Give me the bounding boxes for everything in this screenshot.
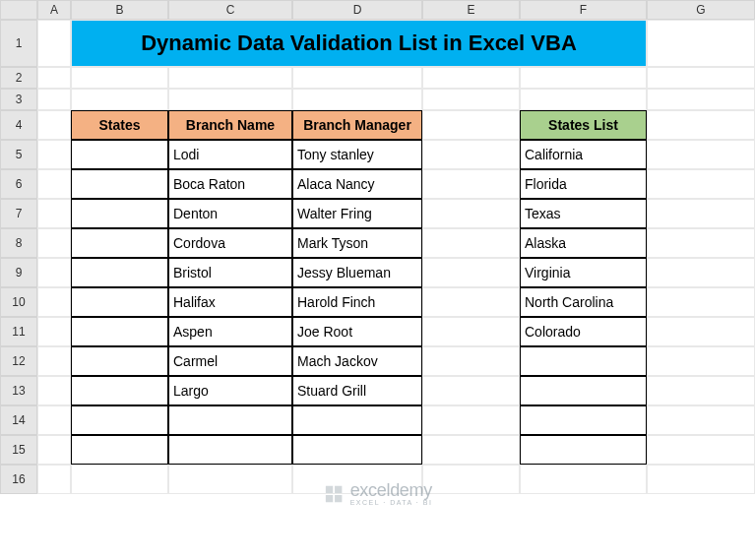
table1-cell-r13-c1[interactable] [71, 376, 168, 405]
table1-cell-r15-c3[interactable] [292, 435, 422, 465]
cell-B3[interactable] [71, 89, 168, 110]
cell-G14[interactable] [647, 405, 755, 435]
table1-cell-r14-c3[interactable] [292, 405, 422, 435]
cell-G6[interactable] [647, 169, 755, 199]
cell-E15[interactable] [422, 435, 520, 465]
row-header-13[interactable]: 13 [0, 376, 37, 405]
cell-G3[interactable] [647, 89, 755, 110]
col-header-A[interactable]: A [37, 0, 71, 20]
table1-cell-r11-c1[interactable] [71, 317, 168, 346]
table2-cell-r6[interactable]: Florida [520, 169, 647, 199]
cell-G10[interactable] [647, 287, 755, 317]
table1-cell-r9-c2[interactable]: Bristol [168, 258, 292, 287]
cell-E12[interactable] [422, 346, 520, 376]
table1-cell-r10-c2[interactable]: Halifax [168, 287, 292, 317]
table2-cell-r14[interactable] [520, 405, 647, 435]
cell-E2[interactable] [422, 67, 520, 89]
cell-G13[interactable] [647, 376, 755, 405]
table1-cell-r5-c3[interactable]: Tony stanley [292, 140, 422, 169]
cell-B16[interactable] [71, 465, 168, 494]
cell-E8[interactable] [422, 228, 520, 258]
cell-G1[interactable] [647, 20, 755, 67]
cell-A13[interactable] [37, 376, 71, 405]
cell-D3[interactable] [292, 89, 422, 110]
table1-cell-r11-c3[interactable]: Joe Root [292, 317, 422, 346]
cell-A12[interactable] [37, 346, 71, 376]
table1-cell-r14-c2[interactable] [168, 405, 292, 435]
table1-cell-r11-c2[interactable]: Aspen [168, 317, 292, 346]
cell-G2[interactable] [647, 67, 755, 89]
cell-C16[interactable] [168, 465, 292, 494]
row-header-9[interactable]: 9 [0, 258, 37, 287]
row-header-16[interactable]: 16 [0, 465, 37, 494]
cell-A9[interactable] [37, 258, 71, 287]
table2-cell-r11[interactable]: Colorado [520, 317, 647, 346]
cell-E10[interactable] [422, 287, 520, 317]
table1-cell-r12-c1[interactable] [71, 346, 168, 376]
col-header-B[interactable]: B [71, 0, 168, 20]
cell-F3[interactable] [520, 89, 647, 110]
table1-cell-r13-c3[interactable]: Stuard Grill [292, 376, 422, 405]
table1-cell-r6-c2[interactable]: Boca Raton [168, 169, 292, 199]
cell-E4[interactable] [422, 110, 520, 140]
table1-cell-r10-c1[interactable] [71, 287, 168, 317]
cell-A14[interactable] [37, 405, 71, 435]
table2-cell-r10[interactable]: North Carolina [520, 287, 647, 317]
cell-A1[interactable] [37, 20, 71, 67]
table1-cell-r8-c2[interactable]: Cordova [168, 228, 292, 258]
cell-G15[interactable] [647, 435, 755, 465]
cell-D16[interactable] [292, 465, 422, 494]
row-header-15[interactable]: 15 [0, 435, 37, 465]
table2-cell-r13[interactable] [520, 376, 647, 405]
col-header-E[interactable]: E [422, 0, 520, 20]
col-header-D[interactable]: D [292, 0, 422, 20]
cell-A3[interactable] [37, 89, 71, 110]
cell-B2[interactable] [71, 67, 168, 89]
table1-cell-r5-c1[interactable] [71, 140, 168, 169]
cell-G7[interactable] [647, 199, 755, 228]
row-header-1[interactable]: 1 [0, 20, 37, 67]
col-header-F[interactable]: F [520, 0, 647, 20]
cell-E11[interactable] [422, 317, 520, 346]
cell-G4[interactable] [647, 110, 755, 140]
table2-cell-r9[interactable]: Virginia [520, 258, 647, 287]
row-header-7[interactable]: 7 [0, 199, 37, 228]
cell-A16[interactable] [37, 465, 71, 494]
table1-cell-r10-c3[interactable]: Harold Finch [292, 287, 422, 317]
cell-F16[interactable] [520, 465, 647, 494]
table1-cell-r6-c3[interactable]: Alaca Nancy [292, 169, 422, 199]
col-header-C[interactable]: C [168, 0, 292, 20]
cell-E13[interactable] [422, 376, 520, 405]
table1-cell-r7-c3[interactable]: Walter Fring [292, 199, 422, 228]
cell-G5[interactable] [647, 140, 755, 169]
table2-cell-r15[interactable] [520, 435, 647, 465]
cell-C2[interactable] [168, 67, 292, 89]
table1-cell-r14-c1[interactable] [71, 405, 168, 435]
table2-cell-r5[interactable]: California [520, 140, 647, 169]
table1-cell-r12-c3[interactable]: Mach Jackov [292, 346, 422, 376]
row-header-3[interactable]: 3 [0, 89, 37, 110]
cell-E14[interactable] [422, 405, 520, 435]
row-header-5[interactable]: 5 [0, 140, 37, 169]
cell-A8[interactable] [37, 228, 71, 258]
table1-cell-r5-c2[interactable]: Lodi [168, 140, 292, 169]
cell-C3[interactable] [168, 89, 292, 110]
cell-A11[interactable] [37, 317, 71, 346]
table2-cell-r7[interactable]: Texas [520, 199, 647, 228]
cell-G16[interactable] [647, 465, 755, 494]
table1-cell-r15-c1[interactable] [71, 435, 168, 465]
table1-cell-r15-c2[interactable] [168, 435, 292, 465]
row-header-11[interactable]: 11 [0, 317, 37, 346]
cell-E9[interactable] [422, 258, 520, 287]
table1-cell-r7-c2[interactable]: Denton [168, 199, 292, 228]
table1-cell-r13-c2[interactable]: Largo [168, 376, 292, 405]
cell-A7[interactable] [37, 199, 71, 228]
cell-G8[interactable] [647, 228, 755, 258]
cell-E6[interactable] [422, 169, 520, 199]
cell-E7[interactable] [422, 199, 520, 228]
col-header-G[interactable]: G [647, 0, 755, 20]
table1-cell-r7-c1[interactable] [71, 199, 168, 228]
table1-cell-r8-c1[interactable] [71, 228, 168, 258]
table1-cell-r9-c1[interactable] [71, 258, 168, 287]
cell-G9[interactable] [647, 258, 755, 287]
